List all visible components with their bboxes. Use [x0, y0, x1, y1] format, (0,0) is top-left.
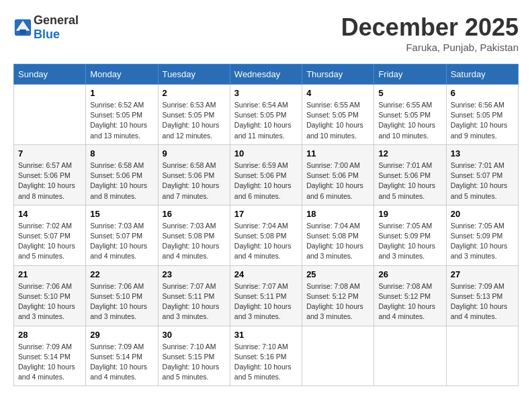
day-info: Sunrise: 7:06 AM Sunset: 5:10 PM Dayligh… [90, 281, 153, 322]
calendar-cell: 25Sunrise: 7:08 AM Sunset: 5:12 PM Dayli… [302, 265, 374, 326]
day-number: 8 [90, 148, 153, 158]
weekday-header: Thursday [302, 64, 374, 85]
day-number: 13 [451, 148, 514, 158]
month-title: December 2025 [341, 13, 519, 42]
calendar-cell: 18Sunrise: 7:04 AM Sunset: 5:08 PM Dayli… [302, 205, 374, 265]
day-number: 18 [306, 209, 369, 219]
day-info: Sunrise: 7:01 AM Sunset: 5:07 PM Dayligh… [451, 161, 514, 201]
calendar-cell: 20Sunrise: 7:05 AM Sunset: 5:09 PM Dayli… [446, 205, 518, 265]
logo-icon [13, 18, 32, 37]
day-info: Sunrise: 6:52 AM Sunset: 5:05 PM Dayligh… [90, 100, 153, 141]
day-info: Sunrise: 7:09 AM Sunset: 5:14 PM Dayligh… [90, 342, 153, 383]
day-number: 7 [18, 148, 81, 158]
day-number: 21 [18, 269, 81, 279]
day-number: 3 [234, 88, 298, 98]
day-info: Sunrise: 7:03 AM Sunset: 5:07 PM Dayligh… [90, 221, 153, 262]
day-info: Sunrise: 6:56 AM Sunset: 5:05 PM Dayligh… [451, 100, 514, 141]
day-info: Sunrise: 6:58 AM Sunset: 5:06 PM Dayligh… [90, 161, 153, 201]
calendar-cell: 21Sunrise: 7:06 AM Sunset: 5:10 PM Dayli… [14, 265, 86, 326]
calendar-cell: 14Sunrise: 7:02 AM Sunset: 5:07 PM Dayli… [14, 205, 86, 265]
calendar-cell: 16Sunrise: 7:03 AM Sunset: 5:08 PM Dayli… [158, 205, 230, 265]
day-info: Sunrise: 7:00 AM Sunset: 5:06 PM Dayligh… [306, 161, 369, 201]
day-info: Sunrise: 7:04 AM Sunset: 5:08 PM Dayligh… [234, 221, 298, 262]
day-info: Sunrise: 6:57 AM Sunset: 5:06 PM Dayligh… [18, 161, 81, 201]
calendar-cell: 23Sunrise: 7:07 AM Sunset: 5:11 PM Dayli… [158, 265, 230, 326]
calendar-cell: 3Sunrise: 6:54 AM Sunset: 5:05 PM Daylig… [230, 85, 302, 145]
day-info: Sunrise: 7:02 AM Sunset: 5:07 PM Dayligh… [18, 221, 81, 262]
calendar-week-row: 28Sunrise: 7:09 AM Sunset: 5:14 PM Dayli… [14, 326, 519, 386]
calendar-cell: 8Sunrise: 6:58 AM Sunset: 5:06 PM Daylig… [86, 144, 158, 205]
calendar-cell: 5Sunrise: 6:55 AM Sunset: 5:05 PM Daylig… [374, 85, 446, 145]
calendar-cell [374, 326, 446, 386]
day-info: Sunrise: 7:05 AM Sunset: 5:09 PM Dayligh… [451, 221, 514, 262]
day-info: Sunrise: 7:05 AM Sunset: 5:09 PM Dayligh… [378, 221, 441, 262]
calendar-cell: 24Sunrise: 7:07 AM Sunset: 5:11 PM Dayli… [230, 265, 302, 326]
day-number: 31 [234, 330, 298, 340]
calendar-cell: 31Sunrise: 7:10 AM Sunset: 5:16 PM Dayli… [230, 326, 302, 386]
header: General Blue December 2025 Faruka, Punja… [13, 13, 519, 53]
day-number: 6 [451, 88, 514, 98]
day-number: 29 [90, 330, 153, 340]
day-number: 11 [306, 148, 369, 158]
calendar-week-row: 14Sunrise: 7:02 AM Sunset: 5:07 PM Dayli… [14, 205, 519, 265]
calendar-cell: 30Sunrise: 7:10 AM Sunset: 5:15 PM Dayli… [158, 326, 230, 386]
day-number: 16 [163, 209, 226, 219]
calendar-cell: 1Sunrise: 6:52 AM Sunset: 5:05 PM Daylig… [86, 85, 158, 145]
weekday-header: Friday [374, 64, 446, 85]
calendar-cell: 28Sunrise: 7:09 AM Sunset: 5:14 PM Dayli… [14, 326, 86, 386]
calendar-cell: 19Sunrise: 7:05 AM Sunset: 5:09 PM Dayli… [374, 205, 446, 265]
day-number: 22 [90, 269, 153, 279]
day-number: 26 [378, 269, 441, 279]
day-info: Sunrise: 7:06 AM Sunset: 5:10 PM Dayligh… [18, 281, 81, 322]
calendar-cell: 15Sunrise: 7:03 AM Sunset: 5:07 PM Dayli… [86, 205, 158, 265]
day-number: 19 [378, 209, 441, 219]
calendar-week-row: 1Sunrise: 6:52 AM Sunset: 5:05 PM Daylig… [14, 85, 519, 145]
day-info: Sunrise: 7:08 AM Sunset: 5:12 PM Dayligh… [378, 281, 441, 322]
calendar-cell: 27Sunrise: 7:09 AM Sunset: 5:13 PM Dayli… [446, 265, 518, 326]
weekday-header: Tuesday [158, 64, 230, 85]
calendar-cell [446, 326, 518, 386]
day-info: Sunrise: 7:01 AM Sunset: 5:06 PM Dayligh… [378, 161, 441, 201]
day-number: 5 [378, 88, 441, 98]
calendar-cell: 12Sunrise: 7:01 AM Sunset: 5:06 PM Dayli… [374, 144, 446, 205]
day-number: 28 [18, 330, 81, 340]
day-number: 17 [234, 209, 298, 219]
title-area: December 2025 Faruka, Punjab, Pakistan [341, 13, 519, 53]
calendar-cell: 10Sunrise: 6:59 AM Sunset: 5:06 PM Dayli… [230, 144, 302, 205]
calendar-cell: 29Sunrise: 7:09 AM Sunset: 5:14 PM Dayli… [86, 326, 158, 386]
day-number: 2 [163, 88, 226, 98]
day-number: 24 [234, 269, 298, 279]
day-info: Sunrise: 6:58 AM Sunset: 5:06 PM Dayligh… [163, 161, 226, 201]
day-info: Sunrise: 7:08 AM Sunset: 5:12 PM Dayligh… [306, 281, 369, 322]
calendar-cell: 7Sunrise: 6:57 AM Sunset: 5:06 PM Daylig… [14, 144, 86, 205]
logo-blue-text: Blue [34, 28, 60, 41]
day-info: Sunrise: 6:55 AM Sunset: 5:05 PM Dayligh… [306, 100, 369, 141]
calendar-cell: 17Sunrise: 7:04 AM Sunset: 5:08 PM Dayli… [230, 205, 302, 265]
day-info: Sunrise: 6:54 AM Sunset: 5:05 PM Dayligh… [234, 100, 298, 141]
day-info: Sunrise: 7:09 AM Sunset: 5:13 PM Dayligh… [451, 281, 514, 322]
day-number: 4 [306, 88, 369, 98]
weekday-header: Saturday [446, 64, 518, 85]
calendar-week-row: 7Sunrise: 6:57 AM Sunset: 5:06 PM Daylig… [14, 144, 519, 205]
calendar-week-row: 21Sunrise: 7:06 AM Sunset: 5:10 PM Dayli… [14, 265, 519, 326]
weekday-header: Sunday [14, 64, 86, 85]
calendar-cell [14, 85, 86, 145]
day-number: 9 [163, 148, 226, 158]
weekday-header: Monday [86, 64, 158, 85]
day-info: Sunrise: 7:09 AM Sunset: 5:14 PM Dayligh… [18, 342, 81, 383]
day-number: 27 [451, 269, 514, 279]
day-number: 1 [90, 88, 153, 98]
day-info: Sunrise: 7:10 AM Sunset: 5:15 PM Dayligh… [163, 342, 226, 383]
calendar-cell: 26Sunrise: 7:08 AM Sunset: 5:12 PM Dayli… [374, 265, 446, 326]
location: Faruka, Punjab, Pakistan [341, 42, 519, 53]
day-number: 12 [378, 148, 441, 158]
day-info: Sunrise: 7:04 AM Sunset: 5:08 PM Dayligh… [306, 221, 369, 262]
day-number: 30 [163, 330, 226, 340]
day-info: Sunrise: 6:59 AM Sunset: 5:06 PM Dayligh… [234, 161, 298, 201]
day-number: 15 [90, 209, 153, 219]
calendar-header-row: SundayMondayTuesdayWednesdayThursdayFrid… [14, 64, 519, 85]
day-info: Sunrise: 7:03 AM Sunset: 5:08 PM Dayligh… [163, 221, 226, 262]
day-info: Sunrise: 7:07 AM Sunset: 5:11 PM Dayligh… [163, 281, 226, 322]
calendar-table: SundayMondayTuesdayWednesdayThursdayFrid… [13, 64, 519, 386]
svg-rect-2 [19, 30, 26, 34]
